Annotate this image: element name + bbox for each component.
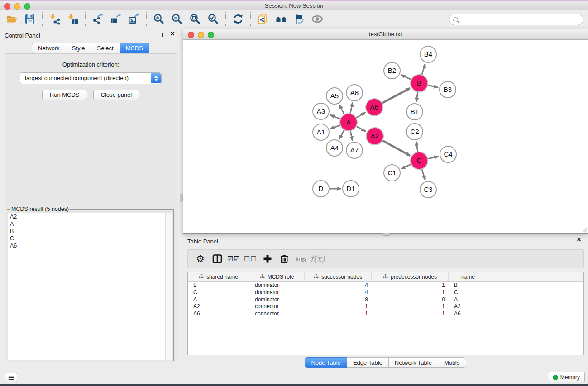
edge-B-B4[interactable] — [422, 64, 425, 75]
criterion-dropdown[interactable]: largest connected component (directed) — [20, 72, 162, 84]
columns-button[interactable] — [209, 251, 225, 267]
trash-button[interactable] — [276, 251, 292, 267]
tab-style[interactable]: Style — [66, 43, 91, 53]
table-cell[interactable]: C — [449, 289, 488, 296]
table-cell[interactable]: A2 — [449, 303, 488, 310]
minimize-window-button[interactable] — [14, 3, 20, 10]
node-A3[interactable]: A3 — [313, 103, 329, 119]
control-panel-close-icon[interactable]: ✕ — [169, 31, 176, 37]
edge-A-A5[interactable] — [339, 105, 344, 114]
save-session-button[interactable] — [21, 11, 39, 27]
table-cell[interactable]: B — [188, 282, 249, 289]
table-cell[interactable]: 1 — [372, 282, 449, 289]
tab-motifs[interactable]: Motifs — [438, 357, 466, 368]
open-session-button[interactable] — [3, 11, 21, 27]
table-cell[interactable]: 8 — [305, 296, 372, 304]
node-A5[interactable]: A5 — [326, 88, 343, 104]
check-pair-button[interactable]: ☑☑ — [225, 251, 242, 267]
table-cell[interactable]: connector — [249, 303, 305, 310]
edge-C-C3[interactable] — [422, 169, 425, 180]
gear-button[interactable]: ⚙ — [192, 251, 209, 267]
table-row[interactable]: Bdominator41B — [188, 282, 583, 289]
table-cell[interactable]: A6 — [449, 310, 488, 318]
table-panel-float-icon[interactable] — [569, 239, 573, 243]
import-network-button[interactable] — [46, 11, 64, 27]
zoom-selected-button[interactable] — [204, 11, 222, 27]
node-C3[interactable]: C3 — [420, 181, 436, 198]
uncheck-pair-button[interactable]: ☐☐ — [242, 251, 259, 267]
node-D[interactable]: D — [313, 181, 329, 197]
node-A7[interactable]: A7 — [346, 142, 363, 158]
zoom-fit-button[interactable] — [186, 11, 204, 27]
table-cell[interactable]: A — [188, 296, 249, 304]
memory-button[interactable]: Memory — [548, 372, 585, 382]
network-close-button[interactable] — [188, 32, 194, 38]
edge-A-A7[interactable] — [350, 131, 352, 141]
table-cell[interactable]: dominator — [249, 282, 305, 289]
edge-A-A6[interactable] — [356, 113, 365, 118]
edge-A-A8[interactable] — [350, 103, 353, 114]
home-button[interactable] — [272, 11, 290, 27]
table-cell[interactable]: B — [449, 282, 488, 289]
column-header-predecessor-nodes[interactable]: predecessor nodes — [372, 272, 449, 281]
add-button[interactable] — [259, 251, 276, 267]
maximize-window-button[interactable] — [24, 3, 30, 10]
table-cell[interactable]: connector — [249, 310, 305, 318]
mcds-result-item[interactable]: A6 — [8, 242, 172, 249]
mcds-result-item[interactable]: C — [8, 235, 172, 242]
edge-C-C1[interactable] — [401, 164, 411, 169]
table-row[interactable]: A2connector11A2 — [188, 303, 583, 310]
node-C4[interactable]: C4 — [440, 146, 456, 162]
node-A4[interactable]: A4 — [326, 140, 343, 156]
tab-mcds[interactable]: MCDS — [120, 43, 149, 53]
table-cell[interactable]: dominator — [249, 296, 305, 304]
close-panel-button[interactable]: Close panel — [93, 90, 140, 100]
resize-grip-icon[interactable] — [581, 226, 587, 233]
edge-B-B1[interactable] — [416, 92, 417, 102]
edge-B-B3[interactable] — [428, 85, 438, 87]
edge-A6-B[interactable] — [382, 88, 410, 103]
tab-network[interactable]: Network — [32, 43, 66, 53]
task-history-button[interactable] — [5, 373, 17, 382]
table-panel-close-icon[interactable]: ✕ — [576, 237, 582, 243]
table-cell[interactable]: 4 — [305, 289, 372, 296]
mcds-result-item[interactable]: A2 — [8, 213, 172, 220]
node-B[interactable]: B — [411, 75, 428, 92]
node-A2[interactable]: A2 — [366, 128, 383, 145]
node-B1[interactable]: B1 — [406, 104, 423, 120]
node-A6[interactable]: A6 — [366, 99, 383, 116]
edge-B-B2[interactable] — [401, 75, 411, 79]
network-canvas[interactable]: B4B2BB3A8A5A6A3B1AA1C2A2A4A7C4CC1DD1C3 — [183, 40, 588, 233]
table-cell[interactable]: 1 — [305, 303, 372, 310]
export-image-button[interactable] — [125, 11, 143, 27]
edge-C-C2[interactable] — [416, 142, 418, 152]
mcds-scrollbar[interactable] — [165, 213, 172, 360]
tab-network-table[interactable]: Network Table — [388, 357, 438, 368]
node-C[interactable]: C — [411, 152, 428, 169]
edge-C-C4[interactable] — [428, 157, 439, 159]
table-cell[interactable]: 1 — [372, 303, 449, 310]
table-cell[interactable]: A6 — [188, 310, 249, 318]
table-row[interactable]: Adominator80A — [188, 296, 583, 304]
mcds-result-list[interactable]: A2ABCA6 — [8, 213, 172, 360]
table-row[interactable]: Cdominator41C — [188, 289, 583, 296]
vertical-splitter-handle[interactable] — [180, 194, 183, 202]
refresh-layout-button[interactable] — [229, 11, 247, 27]
zoom-in-button[interactable] — [150, 11, 168, 27]
node-A8[interactable]: A8 — [346, 85, 363, 101]
hide-panel-button[interactable] — [290, 11, 308, 27]
node-B4[interactable]: B4 — [420, 46, 436, 62]
column-header-name[interactable]: name — [449, 272, 488, 281]
control-panel-float-icon[interactable] — [162, 33, 166, 37]
edge-A-A2[interactable] — [357, 126, 366, 131]
node-C1[interactable]: C1 — [384, 165, 400, 181]
table-cell[interactable]: 1 — [372, 310, 449, 318]
table-row[interactable]: A6connector11A6 — [188, 310, 583, 318]
table-cell[interactable]: 1 — [372, 289, 449, 296]
mcds-result-item[interactable]: B — [8, 228, 172, 235]
network-minimize-button[interactable] — [198, 32, 204, 38]
table-cell[interactable]: dominator — [249, 289, 305, 296]
import-table-button[interactable] — [64, 11, 82, 27]
table-cell[interactable]: 4 — [305, 282, 372, 289]
table-cell[interactable]: C — [188, 289, 249, 296]
